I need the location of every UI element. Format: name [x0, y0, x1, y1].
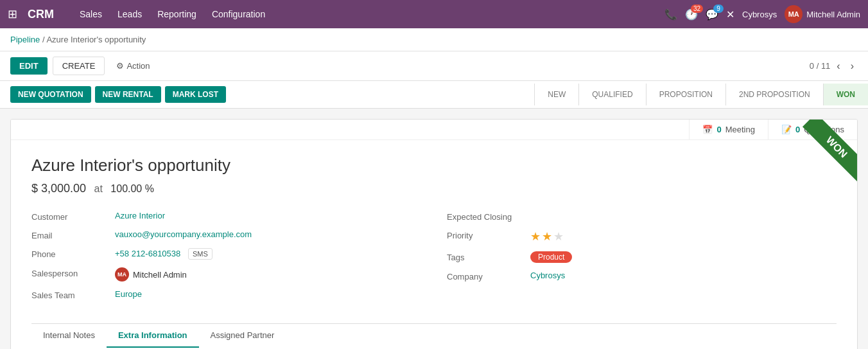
pagination-count: 0 / 11: [810, 61, 831, 71]
pagination: 0 / 11 ‹ ›: [810, 59, 858, 73]
card-top: 📅 0 Meeting 📝 0 Quotations: [11, 120, 857, 140]
customer-row: Customer Azure Interior: [31, 211, 421, 222]
phone-value: +58 212-6810538 SMS: [115, 248, 213, 260]
phone-icon[interactable]: 📞: [664, 8, 677, 21]
breadcrumb-pipeline[interactable]: Pipeline: [10, 35, 40, 44]
priority-label: Priority: [447, 229, 530, 240]
sales-team-label: Sales Team: [31, 289, 115, 300]
nav-leads[interactable]: Leads: [110, 4, 150, 24]
quotations-button[interactable]: 📝 0 Quotations: [768, 120, 857, 139]
salesperson-label: Salesperson: [31, 267, 115, 278]
customer-link[interactable]: Azure Interior: [115, 211, 165, 220]
avatar: MA: [785, 5, 803, 23]
quotation-count: 0: [795, 125, 800, 134]
toolbar: EDIT CREATE Action 0 / 11 ‹ ›: [0, 51, 868, 81]
phone-row: Phone +58 212-6810538 SMS: [31, 248, 421, 260]
mark-lost-button[interactable]: MARK LOST: [165, 86, 226, 103]
meeting-count: 0: [716, 125, 721, 134]
customer-label: Customer: [31, 211, 115, 222]
gear-icon: [116, 61, 124, 71]
expected-closing-label: Expected Closing: [447, 211, 530, 222]
chat-icon[interactable]: 💬 9: [706, 8, 718, 21]
apps-icon[interactable]: ⊞: [8, 7, 17, 21]
nav-sales[interactable]: Sales: [72, 4, 110, 24]
fields-grid: Customer Azure Interior Email vauxoo@you…: [31, 211, 837, 308]
nav-configuration[interactable]: Configuration: [204, 4, 273, 24]
stage-won[interactable]: WON: [823, 84, 868, 105]
user-info: MA Mitchell Admin: [785, 5, 860, 23]
new-quotation-button[interactable]: NEW QUOTATION: [10, 86, 91, 103]
stage-actions: NEW QUOTATION NEW RENTAL MARK LOST: [10, 81, 226, 108]
nav-reporting[interactable]: Reporting: [150, 4, 204, 24]
tab-assigned-partner[interactable]: Assigned Partner: [199, 324, 286, 348]
priority-value: ★ ★ ★: [530, 229, 564, 244]
expected-closing-row: Expected Closing: [447, 211, 837, 222]
tags-row: Tags Product: [447, 251, 837, 263]
priority-stars: ★ ★ ★: [530, 229, 564, 244]
company-name: Cybrosys: [742, 10, 777, 19]
card-body: Azure Interior's opportunity $ 3,000.00 …: [11, 140, 857, 349]
stage-steps: NEW QUALIFIED PROPOSITION 2ND PROPOSITIO…: [534, 84, 868, 105]
email-link[interactable]: vauxoo@yourcompany.example.com: [115, 229, 252, 239]
sms-button[interactable]: SMS: [188, 248, 213, 260]
amount-value: $ 3,000.00: [31, 182, 86, 195]
fields-right: Expected Closing Priority ★ ★ ★: [447, 211, 837, 308]
company-label: Company: [447, 271, 530, 282]
action-button[interactable]: Action: [110, 57, 156, 75]
salesperson-value: MA Mitchell Admin: [115, 267, 187, 282]
navbar-icons: 📞 🕐 32 💬 9 ✕ Cybrosys MA Mitchell Admin: [664, 5, 860, 23]
create-button[interactable]: CREATE: [53, 57, 105, 75]
star-3[interactable]: ★: [553, 229, 564, 244]
clock-badge: 32: [691, 4, 703, 13]
sales-team-value: Europe: [115, 289, 142, 299]
email-value: vauxoo@yourcompany.example.com: [115, 229, 252, 239]
sales-team-row: Sales Team Europe: [31, 289, 421, 300]
stage-2nd-proposition[interactable]: 2ND PROPOSITION: [725, 84, 823, 105]
email-row: Email vauxoo@yourcompany.example.com: [31, 229, 421, 240]
email-label: Email: [31, 229, 115, 240]
quotation-label: Quotations: [804, 125, 844, 134]
clock-icon[interactable]: 🕐 32: [685, 8, 698, 21]
stage-qualified[interactable]: QUALIFIED: [578, 84, 645, 105]
calendar-icon: 📅: [702, 125, 713, 134]
chat-badge: 9: [713, 4, 724, 13]
tag-product[interactable]: Product: [530, 251, 572, 263]
action-label: Action: [126, 61, 150, 71]
tags-value: Product: [530, 251, 572, 263]
company-value: Cybrosys: [530, 271, 565, 280]
navbar: ⊞ CRM Sales Leads Reporting Configuratio…: [0, 0, 868, 28]
fields-left: Customer Azure Interior Email vauxoo@you…: [31, 211, 421, 308]
opportunity-title: Azure Interior's opportunity: [31, 156, 837, 175]
star-2[interactable]: ★: [542, 229, 552, 244]
amount-percentage: 100.00 %: [110, 183, 154, 194]
breadcrumb: Pipeline / Azure Interior's opportunity: [0, 28, 868, 51]
card-tabs: Internal Notes Extra Information Assigne…: [31, 323, 837, 348]
stage-new[interactable]: NEW: [534, 84, 578, 105]
stage-bar: NEW QUOTATION NEW RENTAL MARK LOST NEW Q…: [0, 81, 868, 109]
company-link[interactable]: Cybrosys: [530, 271, 565, 280]
company-row: Company Cybrosys: [447, 271, 837, 282]
quotation-icon: 📝: [781, 125, 792, 134]
opportunity-card: WON 📅 0 Meeting 📝 0 Quotations Azure Int…: [10, 119, 858, 349]
edit-button[interactable]: EDIT: [10, 57, 48, 75]
amount-at: at: [94, 183, 103, 194]
tab-extra-information[interactable]: Extra Information: [107, 324, 199, 348]
next-button[interactable]: ›: [847, 59, 858, 73]
stage-proposition[interactable]: PROPOSITION: [646, 84, 725, 105]
new-rental-button[interactable]: NEW RENTAL: [95, 86, 161, 103]
sales-team-link[interactable]: Europe: [115, 289, 142, 299]
customer-value: Azure Interior: [115, 211, 165, 220]
phone-label: Phone: [31, 248, 115, 259]
tab-internal-notes[interactable]: Internal Notes: [31, 324, 107, 348]
tags-label: Tags: [447, 251, 530, 262]
close-icon[interactable]: ✕: [726, 8, 734, 21]
breadcrumb-current: Azure Interior's opportunity: [46, 35, 146, 44]
phone-link[interactable]: +58 212-6810538: [115, 249, 180, 258]
prev-button[interactable]: ‹: [833, 59, 844, 73]
opportunity-amount: $ 3,000.00 at 100.00 %: [31, 182, 837, 195]
star-1[interactable]: ★: [530, 229, 541, 244]
meeting-button[interactable]: 📅 0 Meeting: [689, 120, 767, 139]
nav-menu: Sales Leads Reporting Configuration: [72, 4, 273, 24]
brand-name: CRM: [28, 8, 54, 21]
priority-row: Priority ★ ★ ★: [447, 229, 837, 244]
